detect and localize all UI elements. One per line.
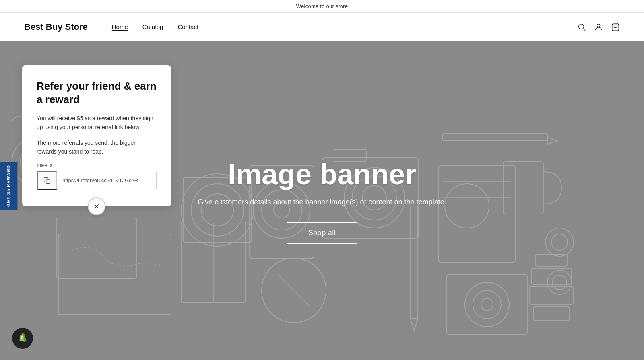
- svg-point-35: [545, 228, 574, 256]
- header: Best Buy Store Home Catalog Contact: [0, 13, 644, 41]
- svg-point-33: [473, 290, 501, 319]
- svg-rect-31: [447, 274, 527, 335]
- svg-rect-24: [503, 162, 543, 214]
- svg-rect-45: [533, 306, 570, 321]
- svg-rect-47: [46, 179, 50, 183]
- svg-point-37: [547, 270, 572, 294]
- hero-subtitle: Give customers details about the banner …: [198, 198, 446, 206]
- search-icon[interactable]: [577, 23, 586, 31]
- svg-rect-46: [58, 234, 171, 315]
- svg-marker-30: [411, 319, 418, 331]
- svg-point-34: [481, 298, 493, 311]
- shop-all-button[interactable]: Shop all: [287, 222, 357, 244]
- svg-point-32: [465, 282, 509, 327]
- svg-line-28: [278, 274, 310, 306]
- account-icon[interactable]: [594, 23, 603, 31]
- hero-section: GET $5 REWARD Refer your friend & earn a…: [0, 41, 644, 360]
- shopify-badge[interactable]: [12, 328, 33, 349]
- close-popup-button[interactable]: [88, 197, 105, 215]
- header-icons: [577, 23, 620, 31]
- referral-title: Refer your friend & earn a reward: [37, 80, 157, 106]
- svg-rect-41: [56, 218, 137, 278]
- referral-desc-1: You will receive $5 as a reward when the…: [37, 114, 157, 132]
- logo[interactable]: Best Buy Store: [24, 22, 88, 32]
- side-reward-tab[interactable]: GET $5 REWARD: [0, 162, 17, 210]
- hero-title: Image banner: [198, 158, 446, 191]
- announcement-text: Welcome to our store: [296, 3, 348, 9]
- referral-popup: Refer your friend & earn a reward You wi…: [22, 65, 171, 206]
- svg-point-23: [445, 184, 489, 228]
- svg-line-1: [583, 29, 585, 31]
- referral-desc-2: The more referrals you send, the bigger …: [37, 138, 157, 156]
- svg-point-36: [551, 234, 568, 250]
- nav-item-home[interactable]: Home: [112, 23, 128, 30]
- side-reward-label[interactable]: GET $5 REWARD: [0, 162, 17, 210]
- nav-item-contact[interactable]: Contact: [178, 23, 198, 30]
- copy-link-button[interactable]: [37, 171, 57, 190]
- svg-rect-44: [529, 286, 574, 304]
- svg-marker-18: [547, 137, 557, 144]
- referral-url-text: https://i.referyou.cc?d=VTJGc2R: [57, 173, 156, 188]
- announcement-bar: Welcome to our store: [0, 0, 644, 13]
- referral-link-box: https://i.referyou.cc?d=VTJGc2R: [37, 171, 157, 190]
- nav: Home Catalog Contact: [112, 23, 577, 30]
- svg-point-38: [552, 275, 567, 290]
- svg-point-2: [597, 24, 600, 27]
- svg-point-0: [579, 24, 584, 29]
- nav-item-catalog[interactable]: Catalog: [142, 23, 163, 30]
- svg-rect-43: [531, 268, 572, 284]
- hero-content: Image banner Give customers details abou…: [198, 158, 446, 244]
- tier-label: TIER 2: [37, 163, 157, 168]
- cart-icon[interactable]: [611, 23, 620, 31]
- svg-rect-17: [443, 134, 547, 141]
